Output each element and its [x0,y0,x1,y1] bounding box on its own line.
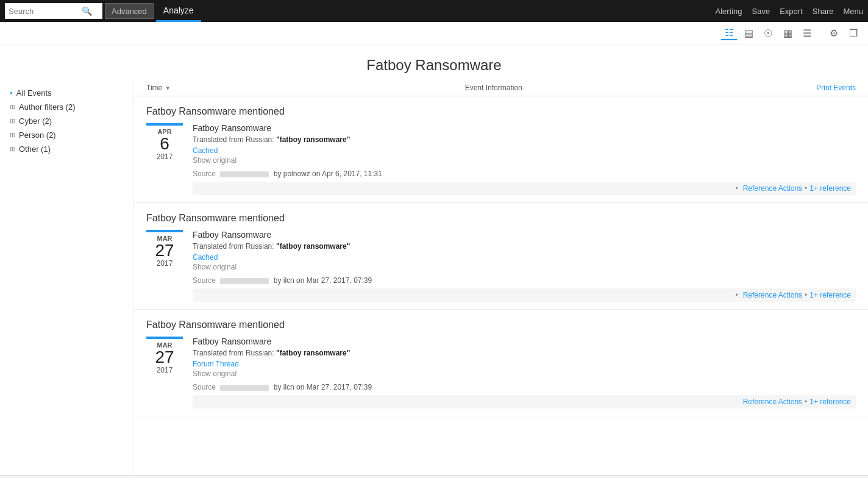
event-body: MAR 27 2017 Fatboy Ransomware Translated… [146,230,856,302]
event-title: Fatboy Ransomware mentioned [146,213,856,224]
source-name: Fatboy Ransomware [193,337,856,346]
page-title: Fatboy Ransomware [0,45,868,80]
reference-actions-link[interactable]: Reference Actions [743,398,802,406]
analyze-tab[interactable]: Analyze [156,0,201,22]
translated-text: Translated from Russian: "fatboy ransomw… [193,135,856,144]
sidebar-item-all-events[interactable]: ● All Events [0,86,133,100]
sidebar-item-person[interactable]: ⊞ Person (2) [0,128,133,142]
source-name: Fatboy Ransomware [193,230,856,240]
column-headers: Time ▼ Event Information Print Events [134,80,868,96]
chart-view-icon[interactable]: ▤ [740,26,757,40]
translated-term: "fatboy ransomware" [276,135,350,144]
sidebar-item-other[interactable]: ⊞ Other (1) [0,142,133,156]
source-row: Source by ilcn on Mar 27, 2017, 07:39 [193,276,856,285]
source-bar [220,385,269,391]
expand-author-icon: ⊞ [10,103,15,111]
date-year: 2017 [146,366,183,374]
list-view-icon[interactable]: ☰ [799,26,816,40]
export-link[interactable]: Export [780,7,803,16]
settings-icon[interactable]: ⚙ [825,26,842,40]
map-view-icon[interactable]: ☉ [760,26,777,40]
source-bar [220,171,269,177]
forum-thread-link[interactable]: Forum Thread [193,360,856,368]
sidebar-label-person: Person (2) [19,130,56,140]
expand-icon[interactable]: ❐ [845,26,862,40]
event-info: Fatboy Ransomware Translated from Russia… [193,230,856,302]
advanced-button[interactable]: Advanced [105,3,154,19]
by-text: by ilcn on Mar 27, 2017, 07:39 [274,276,372,285]
date-year: 2017 [146,259,183,268]
sidebar-label-all-events: All Events [16,88,52,98]
menu-link[interactable]: Menu [843,7,863,16]
source-row: Source by polnowz on Apr 6, 2017, 11:31 [193,169,856,178]
content-area: Time ▼ Event Information Print Events Fa… [134,80,868,475]
top-navigation: 🔍 Advanced Analyze Alerting Save Export … [0,0,868,22]
reference-actions-link[interactable]: Reference Actions [743,184,802,193]
sort-arrow-icon[interactable]: ▼ [165,85,171,91]
cached-link[interactable]: Cached [193,146,856,155]
date-day: 27 [146,349,183,366]
actions-separator: • [735,184,738,193]
event-info: Fatboy Ransomware Translated from Russia… [193,123,856,195]
dot-sep: • [805,398,807,406]
by-text: by ilcn on Mar 27, 2017, 07:39 [274,383,372,391]
bullet-icon: ● [10,90,13,96]
search-icon[interactable]: 🔍 [82,6,92,16]
source-label: Source [193,169,216,178]
event-info: Fatboy Ransomware Translated from Russia… [193,337,856,408]
event-date: APR 6 2017 [146,123,183,195]
expand-person-icon: ⊞ [10,131,15,139]
event-title: Fatboy Ransomware mentioned [146,319,856,330]
source-row: Source by ilcn on Mar 27, 2017, 07:39 [193,383,856,391]
source-name: Fatboy Ransomware [193,123,856,133]
table-view-icon[interactable]: ☷ [720,26,738,40]
event-info-label: Event Information [465,84,522,92]
share-link[interactable]: Share [813,7,834,16]
expand-other-icon: ⊞ [10,145,15,153]
event-actions-row: Reference Actions • 1+ reference [193,395,856,408]
print-events-link[interactable]: Print Events [816,84,856,92]
translated-term: "fatboy ransomware" [276,349,350,357]
date-bar [146,337,183,339]
translated-text: Translated from Russian: "fatboy ransomw… [193,242,856,251]
sidebar-label-other: Other (1) [19,144,51,154]
dot-sep: • [805,291,807,299]
event-date: MAR 27 2017 [146,337,183,408]
timeline: ‹ 📅 May 4 2013 5 years 📅 May 4 2018 100 … [0,475,868,478]
source-label: Source [193,276,216,285]
event-item: Fatboy Ransomware mentioned MAR 27 2017 … [134,310,868,416]
grid-view-icon[interactable]: ▦ [779,26,796,40]
event-actions-row: • Reference Actions • 1+ reference [193,182,856,195]
event-actions-row: • Reference Actions • 1+ reference [193,288,856,302]
ref-count-link[interactable]: 1+ reference [809,291,851,299]
sidebar-item-cyber[interactable]: ⊞ Cyber (2) [0,114,133,128]
show-original-link[interactable]: Show original [193,369,856,378]
reference-actions-link[interactable]: Reference Actions [743,291,802,299]
date-day: 27 [146,242,183,259]
save-link[interactable]: Save [752,7,770,16]
sidebar-label-author-filters: Author filters (2) [19,102,75,112]
nav-right: Alerting Save Export Share Menu [715,7,863,16]
translated-term: "fatboy ransomware" [276,242,350,251]
search-input[interactable] [9,7,82,16]
event-item: Fatboy Ransomware mentioned MAR 27 2017 … [134,203,868,310]
expand-cyber-icon: ⊞ [10,117,15,125]
event-title: Fatboy Ransomware mentioned [146,106,856,117]
translated-text: Translated from Russian: "fatboy ransomw… [193,349,856,357]
sidebar-item-author-filters[interactable]: ⊞ Author filters (2) [0,100,133,114]
cached-link[interactable]: Cached [193,253,856,262]
show-original-link[interactable]: Show original [193,263,856,271]
event-date: MAR 27 2017 [146,230,183,302]
ref-count-link[interactable]: 1+ reference [809,398,851,406]
by-text: by polnowz on Apr 6, 2017, 11:31 [274,169,382,178]
sidebar-label-cyber: Cyber (2) [19,116,52,126]
time-column-header: Time ▼ [146,84,171,92]
show-original-link[interactable]: Show original [193,156,856,165]
main-layout: ● All Events ⊞ Author filters (2) ⊞ Cybe… [0,80,868,475]
view-toolbar: ☷ ▤ ☉ ▦ ☰ ⚙ ❐ [0,22,868,45]
alerting-link[interactable]: Alerting [715,7,742,16]
event-item: Fatboy Ransomware mentioned APR 6 2017 F… [134,96,868,203]
date-bar [146,230,183,232]
ref-count-link[interactable]: 1+ reference [809,184,851,193]
search-box: 🔍 [5,3,102,19]
